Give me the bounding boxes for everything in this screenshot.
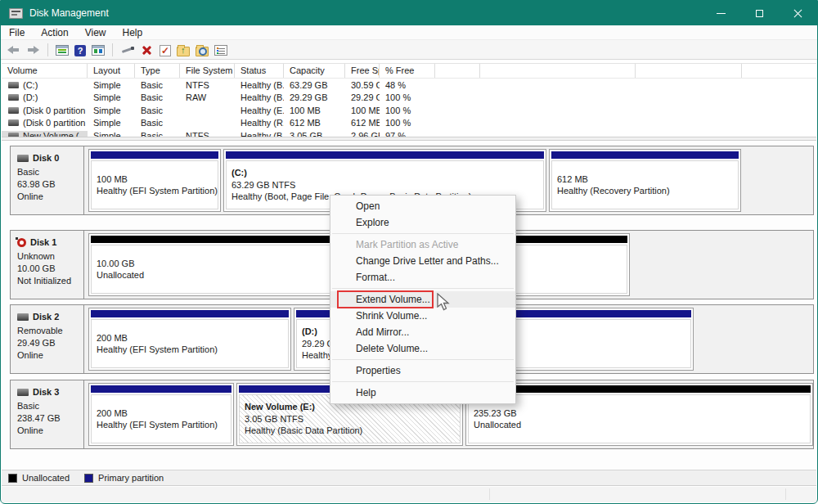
status-cell: Healthy (R... <box>235 118 284 128</box>
status-cell: Healthy (E... <box>235 106 284 115</box>
table-row-selected[interactable]: New Volume ( Simple Basic NTFS Healthy (… <box>2 129 816 137</box>
maximize-button[interactable] <box>740 1 779 25</box>
partition-color-bar <box>551 151 739 159</box>
free-space-cell: 612 MB <box>345 118 380 128</box>
volume-icon <box>8 94 19 101</box>
table-row[interactable]: (C:) Simple Basic NTFS Healthy (B... 63.… <box>2 79 816 92</box>
context-menu-help[interactable]: Help <box>330 385 515 401</box>
disk-type: Removable <box>17 325 80 337</box>
toolbar-separator <box>47 43 48 56</box>
table-row[interactable]: (Disk 0 partition 4) Simple Basic Health… <box>2 117 816 130</box>
close-icon <box>793 9 802 18</box>
volume-name-cell: (Disk 0 partition 1) <box>2 106 88 115</box>
type-cell: Basic <box>135 92 180 102</box>
delete-icon[interactable] <box>140 43 154 56</box>
context-menu-add-mirror[interactable]: Add Mirror... <box>330 324 515 340</box>
partition-efi-disk0[interactable]: 100 MBHealthy (EFI System Partition) <box>88 149 221 212</box>
disk-name: Disk 0 <box>33 152 59 164</box>
forward-icon[interactable] <box>26 43 40 56</box>
explore-folder-icon[interactable] <box>196 47 209 56</box>
column-layout[interactable]: Layout <box>88 64 135 78</box>
menu-bar: File Action View Help <box>1 25 817 40</box>
partition-efi-disk2[interactable]: 200 MBHealthy (EFI System Partition) <box>88 308 291 371</box>
menu-separator <box>332 359 514 360</box>
column-pct-free[interactable]: % Free <box>380 64 435 78</box>
column-status[interactable]: Status <box>235 64 284 78</box>
disk-icon <box>17 389 29 396</box>
partition-efi-disk3[interactable]: 200 MBHealthy (EFI System Partition) <box>88 383 234 446</box>
type-cell: Basic <box>135 131 180 137</box>
disk-error-icon <box>17 238 26 247</box>
partition-color-bar <box>91 151 218 159</box>
legend-label: Unallocated <box>22 473 70 483</box>
capacity-cell: 29.29 GB <box>284 92 345 102</box>
back-icon[interactable] <box>7 43 20 56</box>
partition-recovery-disk0[interactable]: 612 MBHealthy (Recovery Partition) <box>549 149 741 212</box>
partition-color-bar <box>91 385 231 393</box>
menu-separator <box>332 381 514 382</box>
toolbar-separator <box>112 43 113 56</box>
context-menu-format[interactable]: Format... <box>330 269 515 286</box>
open-folder-icon[interactable] <box>177 47 190 56</box>
column-volume[interactable]: Volume <box>2 64 88 78</box>
disk-size: 63.98 GB <box>17 178 80 191</box>
disk-1-info[interactable]: Disk 1 Unknown 10.00 GB Not Initialized <box>11 231 84 299</box>
unallocated-swatch-icon <box>8 474 17 483</box>
disk-icon <box>17 155 29 162</box>
mark-active-icon[interactable]: ✓ <box>160 45 171 56</box>
column-filler <box>742 64 816 78</box>
disk-0-info[interactable]: Disk 0 Basic 63.98 GB Online <box>11 146 84 214</box>
column-file-system[interactable]: File System <box>180 64 235 78</box>
type-cell: Basic <box>135 80 180 90</box>
title-bar: Disk Management <box>1 1 817 25</box>
disk-3-info[interactable]: Disk 3 Basic 238.47 GB Online <box>11 380 84 448</box>
close-button[interactable] <box>779 1 817 25</box>
volume-list: Volume Layout Type File System Status Ca… <box>2 63 816 137</box>
column-capacity[interactable]: Capacity <box>284 64 345 78</box>
file-system-cell: RAW <box>180 92 235 102</box>
legend-label: Primary partition <box>98 473 164 483</box>
partition-color-bar <box>91 310 289 317</box>
context-menu-explore[interactable]: Explore <box>330 214 515 231</box>
capacity-cell: 100 MB <box>284 106 345 115</box>
volume-list-header: Volume Layout Type File System Status Ca… <box>2 64 816 79</box>
context-menu-mark-partition-active: Mark Partition as Active <box>330 236 515 253</box>
window-controls <box>702 1 817 25</box>
show-console-tree-icon[interactable] <box>56 45 69 56</box>
volume-name-cell: (C:) <box>2 80 88 90</box>
action-pane-icon[interactable] <box>92 45 105 56</box>
mouse-cursor-icon <box>437 293 452 313</box>
menu-view[interactable]: View <box>77 25 115 39</box>
partition-unallocated-disk3[interactable]: 235.23 GBUnallocated <box>465 383 813 446</box>
column-filler <box>636 64 742 78</box>
menu-action[interactable]: Action <box>33 25 76 39</box>
column-type[interactable]: Type <box>135 64 180 78</box>
context-menu-properties[interactable]: Properties <box>330 362 515 379</box>
minimize-button[interactable] <box>702 1 740 25</box>
menu-file[interactable]: File <box>1 25 33 39</box>
disk-name: Disk 1 <box>30 236 56 249</box>
help-icon[interactable]: ? <box>74 45 86 56</box>
properties-icon[interactable] <box>214 45 227 56</box>
context-menu-extend-volume[interactable]: Extend Volume... <box>330 291 515 308</box>
table-row[interactable]: (D:) Simple Basic RAW Healthy (B... 29.2… <box>2 92 816 105</box>
disk-2-info[interactable]: Disk 2 Removable 29.49 GB Online <box>11 305 84 373</box>
disk-status: Not Initialized <box>17 275 80 287</box>
menu-help[interactable]: Help <box>115 25 151 39</box>
context-menu-change-drive-letter[interactable]: Change Drive Letter and Paths... <box>330 253 515 269</box>
pct-free-cell: 100 % <box>380 106 435 115</box>
status-cell: Healthy (B... <box>235 131 284 137</box>
context-menu-shrink-volume[interactable]: Shrink Volume... <box>330 308 515 324</box>
free-space-cell: 30.59 GB <box>345 80 380 90</box>
layout-cell: Simple <box>88 92 135 102</box>
legend-unallocated: Unallocated <box>8 473 70 483</box>
free-space-cell: 29.29 GB <box>345 92 380 102</box>
disk-type: Unknown <box>17 250 80 263</box>
pct-free-cell: 97 % <box>380 131 435 137</box>
context-menu-open[interactable]: Open <box>330 198 515 214</box>
disk-status: Online <box>17 425 80 437</box>
tools-icon[interactable] <box>120 43 134 56</box>
column-free-space[interactable]: Free Sp... <box>345 64 380 78</box>
context-menu-delete-volume[interactable]: Delete Volume... <box>330 340 515 357</box>
table-row[interactable]: (Disk 0 partition 1) Simple Basic Health… <box>2 104 816 117</box>
